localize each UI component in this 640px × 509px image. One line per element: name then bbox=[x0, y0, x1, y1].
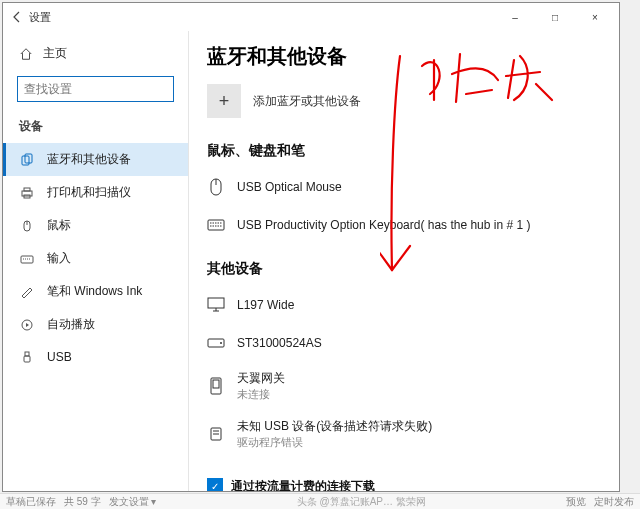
device-name: 天翼网关 bbox=[237, 370, 285, 387]
keyboard-device-icon bbox=[207, 214, 225, 236]
footer-schedule[interactable]: 定时发布 bbox=[594, 495, 634, 509]
device-status: 未连接 bbox=[237, 387, 285, 402]
autoplay-icon bbox=[19, 317, 35, 333]
device-name: 未知 USB 设备(设备描述符请求失败) bbox=[237, 418, 432, 435]
printer-icon bbox=[19, 185, 35, 201]
device-row-keyboard[interactable]: USB Productivity Option Keyboard( has th… bbox=[207, 208, 601, 246]
add-device-row[interactable]: + 添加蓝牙或其他设备 bbox=[207, 84, 601, 118]
nav-usb[interactable]: USB bbox=[3, 341, 188, 373]
device-name: ST31000524AS bbox=[237, 335, 322, 352]
device-name: L197 Wide bbox=[237, 297, 294, 314]
home-link[interactable]: 主页 bbox=[3, 39, 188, 68]
nav-typing[interactable]: 输入 bbox=[3, 242, 188, 275]
footer-publish-settings[interactable]: 发文设置 ▾ bbox=[109, 495, 157, 509]
home-label: 主页 bbox=[43, 45, 67, 62]
device-status: 驱动程序错误 bbox=[237, 435, 432, 450]
page-title: 蓝牙和其他设备 bbox=[207, 43, 601, 70]
svg-rect-10 bbox=[25, 352, 29, 356]
usb-icon bbox=[19, 349, 35, 365]
add-device-label: 添加蓝牙或其他设备 bbox=[253, 93, 361, 110]
home-icon bbox=[19, 47, 33, 61]
nav-pen-ink[interactable]: 笔和 Windows Ink bbox=[3, 275, 188, 308]
editor-footer: 草稿已保存 共 59 字 发文设置 ▾ 头条 @算盘记账AP… 繁荣网 预览 定… bbox=[0, 493, 640, 509]
device-row-gateway[interactable]: 天翼网关 未连接 bbox=[207, 364, 601, 412]
nav-bluetooth-devices[interactable]: 蓝牙和其他设备 bbox=[3, 143, 188, 176]
svg-rect-14 bbox=[208, 220, 224, 230]
device-row-unknown-usb[interactable]: 未知 USB 设备(设备描述符请求失败) 驱动程序错误 bbox=[207, 412, 601, 460]
window-title: 设置 bbox=[29, 10, 51, 25]
nav-mouse[interactable]: 鼠标 bbox=[3, 209, 188, 242]
mouse-icon bbox=[19, 218, 35, 234]
footer-preview[interactable]: 预览 bbox=[566, 495, 586, 509]
svg-rect-17 bbox=[208, 298, 224, 308]
nav-label: 打印机和扫描仪 bbox=[47, 184, 131, 201]
nav-label: USB bbox=[47, 350, 72, 364]
bluetooth-icon bbox=[19, 152, 35, 168]
mouse-device-icon bbox=[207, 176, 225, 198]
footer-chars: 共 59 字 bbox=[64, 495, 101, 509]
nav-printers[interactable]: 打印机和扫描仪 bbox=[3, 176, 188, 209]
maximize-button[interactable]: □ bbox=[535, 3, 575, 31]
nav-label: 鼠标 bbox=[47, 217, 71, 234]
back-icon[interactable] bbox=[11, 11, 23, 23]
unknown-device-icon bbox=[207, 423, 225, 445]
minimize-button[interactable]: – bbox=[495, 3, 535, 31]
watermark: 头条 @算盘记账AP… 繁荣网 bbox=[297, 495, 426, 509]
nav-label: 蓝牙和其他设备 bbox=[47, 151, 131, 168]
content-area[interactable]: 蓝牙和其他设备 + 添加蓝牙或其他设备 鼠标、键盘和笔 USB Optical … bbox=[189, 31, 619, 491]
device-name: USB Optical Mouse bbox=[237, 179, 342, 196]
svg-point-21 bbox=[220, 342, 222, 344]
device-row-mouse[interactable]: USB Optical Mouse bbox=[207, 170, 601, 208]
svg-rect-11 bbox=[24, 356, 30, 362]
drive-icon bbox=[207, 332, 225, 354]
settings-window: 设置 – □ × 主页 设备 蓝牙和其他设备 bbox=[2, 2, 620, 492]
section-mouse-keyboard-pen: 鼠标、键盘和笔 bbox=[207, 142, 601, 160]
search-input[interactable] bbox=[17, 76, 174, 102]
close-button[interactable]: × bbox=[575, 3, 615, 31]
monitor-icon bbox=[207, 294, 225, 316]
nav-label: 笔和 Windows Ink bbox=[47, 283, 142, 300]
metered-download-row[interactable]: ✓ 通过按流量计费的连接下载 为避免产生额外的费用，当此开关闭此功能，这样当你使… bbox=[207, 478, 601, 491]
device-row-drive[interactable]: ST31000524AS bbox=[207, 326, 601, 364]
nav-label: 自动播放 bbox=[47, 316, 95, 333]
svg-rect-3 bbox=[24, 188, 30, 191]
sidebar: 主页 设备 蓝牙和其他设备 打印机和扫描仪 鼠标 输入 bbox=[3, 31, 189, 491]
nav-label: 输入 bbox=[47, 250, 71, 267]
nav-autoplay[interactable]: 自动播放 bbox=[3, 308, 188, 341]
gateway-icon bbox=[207, 375, 225, 397]
svg-rect-23 bbox=[213, 380, 219, 388]
metered-label: 通过按流量计费的连接下载 bbox=[231, 478, 601, 491]
metered-checkbox[interactable]: ✓ bbox=[207, 478, 223, 491]
footer-saved: 草稿已保存 bbox=[6, 495, 56, 509]
device-row-monitor[interactable]: L197 Wide bbox=[207, 288, 601, 326]
add-device-button[interactable]: + bbox=[207, 84, 241, 118]
titlebar: 设置 – □ × bbox=[3, 3, 619, 31]
sidebar-section-label: 设备 bbox=[3, 114, 188, 143]
keyboard-icon bbox=[19, 251, 35, 267]
pen-icon bbox=[19, 284, 35, 300]
section-other-devices: 其他设备 bbox=[207, 260, 601, 278]
device-name: USB Productivity Option Keyboard( has th… bbox=[237, 217, 531, 234]
